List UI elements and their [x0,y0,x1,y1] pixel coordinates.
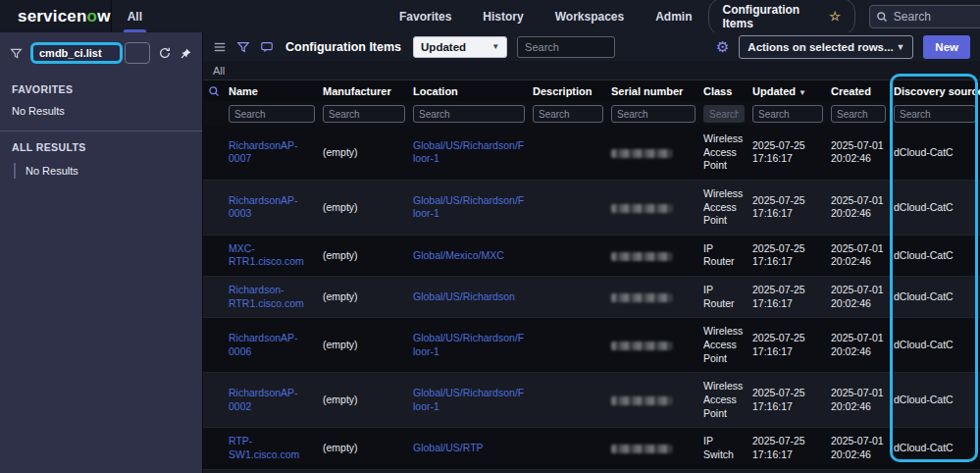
cell-description [529,470,607,473]
cell-description [529,428,607,468]
chevron-down-icon: ▼ [491,42,499,51]
cell-class: Wireless Access Point [699,318,748,372]
class-column-search[interactable] [703,105,745,123]
favorite-star-icon[interactable]: ☆ [829,9,841,24]
cell-updated: 2025-07-25 17:16:17 [748,428,827,468]
menu-filter-input[interactable] [30,42,123,64]
list-search-input[interactable] [517,36,615,58]
context-pill-configuration-items[interactable]: Configuration Items ☆ [708,0,855,35]
name-column-search[interactable] [229,105,315,123]
table-row[interactable]: RichardsonAP-0007(empty)Global/US/Richar… [203,126,980,181]
table-row[interactable]: RTP-SW1.cisco.com(empty)Global/US/RTPIP … [203,428,980,469]
refresh-icon[interactable] [158,46,172,60]
cell-location[interactable]: Global/US/Richardson/Floor-1 [409,318,529,372]
cell-serial-number [607,428,699,468]
table-row[interactable]: RichardsonAP-0002(empty)Global/US/Richar… [203,373,980,428]
servicenow-logo[interactable]: servicenow [18,7,111,26]
all-menu-sidebar: FAVORITES No Results ALL RESULTS No Resu… [0,32,203,473]
main-nav: All Favorites History Workspaces Admin [112,0,708,32]
column-search-toggle-icon[interactable] [203,85,225,97]
cell-location[interactable]: Global/US/RTP [409,428,529,468]
cell-name[interactable]: RichardsonAP-0010 [225,470,319,473]
column-header-location[interactable]: Location [409,85,529,97]
row-spacer [203,470,225,473]
cell-serial-number [607,373,699,427]
row-spacer [203,181,225,235]
sort-column-select-value: Updated [421,41,466,53]
column-header-description[interactable]: Description [529,85,607,97]
discovery-source-column-search[interactable] [894,105,976,123]
actions-select-value: Actions on selected rows... [748,41,893,53]
global-search-input[interactable] [894,10,980,24]
column-header-class[interactable]: Class [699,85,748,97]
table-row[interactable]: RichardsonAP-0003(empty)Global/US/Richar… [203,181,980,236]
cell-description [529,318,607,372]
list-filter-icon[interactable] [236,40,250,54]
cell-name[interactable]: RichardsonAP-0006 [225,318,319,372]
description-column-search[interactable] [533,105,603,123]
nav-item-admin[interactable]: Admin [640,0,707,32]
list-comment-icon[interactable] [260,40,274,54]
cell-name[interactable]: RichardsonAP-0002 [225,373,319,427]
cell-location[interactable]: Global/US/Richardson [409,277,529,317]
cell-name[interactable]: RichardsonAP-0003 [225,181,319,235]
cell-serial-number [607,236,699,276]
nav-item-history[interactable]: History [467,0,539,32]
cell-serial-number [607,470,699,473]
column-header-serial-number[interactable]: Serial number [607,85,699,97]
gear-icon[interactable]: ⚙ [716,39,729,54]
serial-column-search[interactable] [611,105,696,123]
cell-discovery-source: dCloud-CatC [890,373,980,427]
pin-icon[interactable] [180,47,192,60]
servicenow-app: servicenow All Favorites History Workspa… [0,0,980,473]
tab-all[interactable]: All [213,65,225,77]
table-row[interactable]: MXC-RTR1.cisco.com(empty)Global/Mexico/M… [203,236,980,277]
nav-item-workspaces[interactable]: Workspaces [540,0,640,32]
cell-discovery-source: dCloud-CatC [890,470,980,473]
cell-name[interactable]: RichardsonAP-0007 [225,126,319,180]
column-header-updated[interactable]: Updated▼ [748,85,827,97]
actions-select[interactable]: Actions on selected rows... ▼ [739,35,913,59]
nav-item-favorites[interactable]: Favorites [384,0,467,32]
new-button[interactable]: New [923,35,970,59]
cell-name[interactable]: Richardson-RTR1.cisco.com [225,277,319,317]
updated-column-search[interactable] [752,105,823,123]
cell-location[interactable]: Global/US/Richardson/Floor-1 [409,181,529,235]
sort-column-select[interactable]: Updated ▼ [413,36,507,58]
cell-created: 2025-07-01 20:02:46 [827,470,890,473]
cell-created: 2025-07-01 20:02:46 [827,428,890,468]
table-row[interactable]: RichardsonAP-0006(empty)Global/US/Richar… [203,318,980,373]
cell-updated: 2025-07-25 17:16:17 [748,277,827,317]
list-menu-icon[interactable] [213,40,227,54]
column-header-discovery-source[interactable]: Discovery source [890,85,980,97]
table-header-row: Name Manufacturer Location Description S… [203,80,980,101]
column-header-manufacturer[interactable]: Manufacturer [319,85,409,97]
serial-redacted-blur [611,445,672,453]
row-spacer [203,318,225,372]
all-results-section-title: ALL RESULTS [0,131,202,159]
column-header-name[interactable]: Name [225,85,319,97]
manufacturer-column-search[interactable] [323,105,405,123]
body-row: FAVORITES No Results ALL RESULTS No Resu… [0,32,980,473]
column-header-created[interactable]: Created [827,85,890,97]
cell-location[interactable]: Global/Mexico/MXC [409,236,529,276]
filter-input-extension [125,42,150,64]
cell-location[interactable]: Global/US/Richardson/Floor-1 [409,373,529,427]
cell-location[interactable]: Global/US/Richardson/Floor-1 [409,470,529,473]
cell-discovery-source: dCloud-CatC [890,318,980,372]
cell-location[interactable]: Global/US/Richardson/Floor-1 [409,126,529,180]
cell-updated: 2025-07-25 17:16:17 [748,318,827,372]
table-row[interactable]: RichardsonAP-0010(empty)Global/US/Richar… [203,470,980,473]
location-column-search[interactable] [413,105,525,123]
cell-name[interactable]: RTP-SW1.cisco.com [225,428,319,468]
cell-manufacturer: (empty) [319,277,409,317]
sidebar-controls [0,40,202,74]
cell-serial-number [607,277,699,317]
context-pill-label: Configuration Items [723,3,823,30]
created-column-search[interactable] [831,105,886,123]
cell-name[interactable]: MXC-RTR1.cisco.com [225,236,319,276]
global-search: ▼ [869,5,980,28]
nav-item-all[interactable]: All [112,0,158,32]
table-row[interactable]: Richardson-RTR1.cisco.com(empty)Global/U… [203,277,980,318]
cell-class: Wireless Access Point [699,373,748,427]
